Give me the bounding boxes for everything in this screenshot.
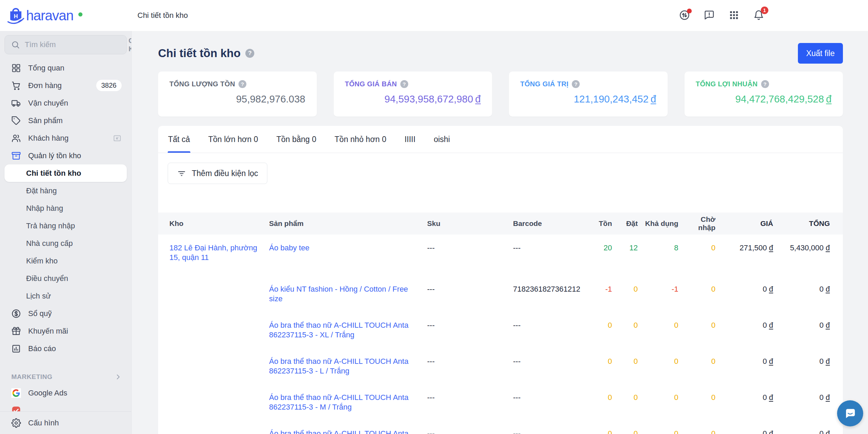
svg-text:H: H — [14, 13, 18, 19]
product-link[interactable]: Áo baby tee — [269, 243, 309, 252]
product-link[interactable]: Áo bra thể thao nữ A-CHILL TOUCH Anta — [269, 429, 409, 434]
online-status-dot — [78, 12, 82, 17]
export-file-button[interactable]: Xuất file — [798, 43, 843, 64]
sidebar-item-settings[interactable]: Cấu hình — [0, 411, 131, 434]
redapp-icon — [11, 406, 21, 412]
available-cell: 0 — [641, 393, 682, 402]
total-cell: 0đ — [777, 357, 833, 366]
sku-cell: --- — [427, 357, 513, 366]
column-header-available[interactable]: Khả dụng — [641, 219, 682, 228]
product-link[interactable]: Áo bra thể thao nữ A-CHILL TOUCH Anta 86… — [269, 321, 409, 339]
inventory-table-row: Áo bra thể thao nữ A-CHILL TOUCH Anta 86… — [158, 348, 843, 384]
apps-menu-button[interactable] — [728, 10, 740, 21]
column-header-product[interactable]: Sản phẩm — [269, 219, 427, 228]
topbar: H haravan Chi tiết tồn kho 1 — [0, 0, 868, 31]
grid-icon — [11, 63, 21, 73]
sidebar-item-products[interactable]: Sản phẩm — [0, 112, 131, 129]
column-header-warehouse[interactable]: Kho — [169, 219, 269, 228]
warehouse-link[interactable]: 182 Lê Đại Hành, phường 15, quận 11 — [169, 243, 257, 262]
price-cell: 0đ — [719, 429, 777, 434]
tab-stock-gt-0[interactable]: Tồn lớn hơn 0 — [208, 126, 258, 153]
notifications-button[interactable]: 1 — [753, 10, 765, 21]
sidebar-item-google-ads[interactable]: Google Ads — [0, 384, 131, 402]
card-value: 121,190,243,452đ — [520, 94, 656, 105]
column-header-total[interactable]: TỔNG — [777, 219, 833, 228]
help-icon[interactable]: ? — [400, 80, 408, 88]
inventory-table-row: Áo bra thể thao nữ A-CHILL TOUCH Anta 86… — [158, 384, 843, 420]
chat-widget-button[interactable] — [837, 400, 863, 426]
sidebar-item-marketing-app[interactable] — [0, 402, 131, 411]
column-header-ordered[interactable]: Đặt — [615, 219, 641, 228]
sidebar-subitem-receive-goods[interactable]: Nhập hàng — [0, 199, 131, 217]
incoming-cell: 0 — [682, 321, 719, 330]
add-filter-button[interactable]: Thêm điều kiện lọc — [168, 163, 267, 184]
sidebar-subitem-purchase-orders[interactable]: Đặt hàng — [0, 182, 131, 199]
sidebar-item-overview[interactable]: Tổng quan — [0, 59, 131, 77]
feedback-button[interactable] — [703, 10, 715, 21]
search-box[interactable]: Ctrl K — [4, 35, 127, 54]
brand-name: haravan — [26, 8, 74, 23]
haravan-logo[interactable]: H haravan — [7, 0, 82, 31]
column-header-stock[interactable]: Tồn — [592, 219, 615, 228]
product-cell: Áo bra thể thao nữ A-CHILL TOUCH Anta — [269, 429, 427, 434]
sidebar-item-promotions[interactable]: Khuyến mãi — [0, 322, 131, 340]
sidebar-subitem-suppliers[interactable]: Nhà cung cấp — [0, 235, 131, 252]
google-icon — [11, 388, 21, 398]
sidebar-item-inventory[interactable]: Quản lý tồn kho — [0, 147, 131, 164]
stock-cell: -1 — [592, 284, 615, 294]
sidebar-item-reports[interactable]: Báo cáo — [0, 340, 131, 357]
incoming-cell: 0 — [682, 393, 719, 402]
gift-icon — [11, 326, 21, 336]
stock-cell: 0 — [592, 429, 615, 434]
sidebar-section-marketing[interactable]: MARKETING — [0, 370, 131, 384]
breadcrumb: Chi tiết tồn kho — [137, 0, 188, 31]
column-header-price[interactable]: GIÁ — [719, 219, 777, 228]
price-cell: 0đ — [719, 321, 777, 330]
sidebar-subitem-history[interactable]: Lịch sử — [0, 287, 131, 305]
sidebar-subitem-inventory-detail[interactable]: Chi tiết tồn kho — [4, 164, 127, 182]
summary-card-total-profit: TỔNG LỢI NHUẬN?94,472,768,429,528đ — [685, 72, 843, 117]
sidebar-item-orders[interactable]: Đơn hàng3826 — [0, 77, 131, 94]
tab-stock-lt-0[interactable]: Tồn nhỏ hơn 0 — [334, 126, 387, 153]
price-cell: 0đ — [719, 393, 777, 402]
total-cell: 5,430,000đ — [777, 243, 833, 253]
page-header: Chi tiết tồn kho ? Xuất file — [158, 43, 843, 64]
chat-bubble-icon — [843, 406, 858, 421]
tab-iiiii[interactable]: IIIII — [404, 126, 416, 153]
product-link[interactable]: Áo bra thể thao nữ A-CHILL TOUCH Anta 86… — [269, 393, 409, 411]
tab-all[interactable]: Tất cả — [168, 126, 190, 153]
help-icon[interactable]: ? — [572, 80, 580, 88]
product-link[interactable]: Áo kiểu NT fashion - Hồng / Cotton / Fre… — [269, 285, 408, 303]
summary-card-total-retail-value: TỔNG GIÁ BÁN?94,593,958,672,980đ — [334, 72, 492, 117]
column-header-barcode[interactable]: Barcode — [513, 219, 592, 228]
help-icon[interactable]: ? — [238, 80, 246, 88]
ordered-cell: 0 — [615, 321, 641, 330]
sidebar-item-customers[interactable]: Khách hàng — [0, 129, 131, 147]
barcode-cell: --- — [513, 393, 592, 402]
stock-cell: 0 — [592, 357, 615, 366]
ordered-cell: 0 — [615, 429, 641, 434]
apps-grid-icon — [728, 10, 739, 21]
column-header-sku[interactable]: Sku — [427, 219, 513, 228]
sidebar-item-cash-book[interactable]: Sổ quỹ — [0, 305, 131, 322]
dollar-icon — [11, 309, 21, 318]
sidebar-subitem-return-goods[interactable]: Trả hàng nhập — [0, 217, 131, 235]
barcode-cell: --- — [513, 357, 592, 366]
column-header-incoming[interactable]: Chờ nhập — [682, 215, 719, 232]
tab-oishi[interactable]: oishi — [433, 126, 450, 153]
product-cell: Áo bra thể thao nữ A-CHILL TOUCH Anta 86… — [269, 393, 427, 412]
tab-stock-eq-0[interactable]: Tồn bằng 0 — [276, 126, 316, 153]
ordered-cell: 0 — [615, 357, 641, 366]
inventory-table-row: Áo bra thể thao nữ A-CHILL TOUCH Anta 86… — [158, 312, 843, 348]
tag-icon — [11, 116, 21, 126]
sidebar-subitem-stocktake[interactable]: Kiểm kho — [0, 252, 131, 270]
help-icon[interactable]: ? — [761, 80, 769, 88]
product-link[interactable]: Áo bra thể thao nữ A-CHILL TOUCH Anta 86… — [269, 357, 409, 375]
help-icon[interactable]: ? — [245, 49, 254, 58]
search-input[interactable] — [25, 40, 124, 49]
sku-cell: --- — [427, 321, 513, 330]
sidebar-subitem-transfers[interactable]: Điều chuyển — [0, 270, 131, 287]
sync-status-button[interactable] — [679, 10, 690, 21]
card-value: 95,982,976.038 — [169, 94, 305, 105]
sidebar-item-shipping[interactable]: Vận chuyển — [0, 94, 131, 112]
